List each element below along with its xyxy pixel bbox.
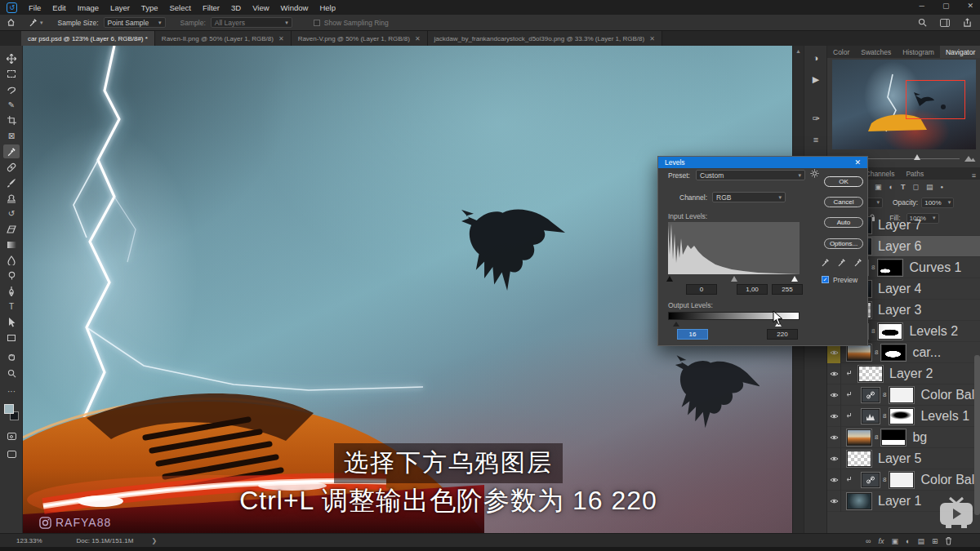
menu-type[interactable]: Type <box>141 3 158 12</box>
maximize-button[interactable]: ▢ <box>942 2 950 10</box>
menu-3d[interactable]: 3D <box>231 3 241 12</box>
layer-thumbnail[interactable] <box>862 473 880 487</box>
visibility-toggle[interactable] <box>827 448 841 469</box>
layer-name[interactable]: bg <box>912 430 927 445</box>
tool-presets-panel-icon[interactable]: ≡ <box>808 132 823 147</box>
tab-close-icon[interactable]: ✕ <box>649 35 655 42</box>
eraser-tool[interactable] <box>3 222 20 236</box>
crop-tool[interactable] <box>3 113 20 127</box>
gray-point-eyedropper-icon[interactable] <box>837 258 846 267</box>
cancel-button[interactable]: Cancel <box>824 197 863 207</box>
black-point-eyedropper-icon[interactable] <box>821 258 830 267</box>
layer-mask-thumbnail[interactable] <box>889 408 914 424</box>
levels-dialog-titlebar[interactable]: Levels ✕ <box>658 157 867 168</box>
eyedropper-tool[interactable] <box>3 144 20 158</box>
visibility-toggle[interactable] <box>827 491 841 512</box>
edit-toolbar-icon[interactable]: ··· <box>3 384 20 398</box>
workspace-icon[interactable] <box>940 19 950 27</box>
layer-thumbnail[interactable] <box>862 388 880 402</box>
layer-row[interactable]: 8 Color Balance 2 <box>827 469 980 491</box>
layer-mask-thumbnail[interactable] <box>889 472 914 488</box>
gradient-tool[interactable] <box>3 238 20 251</box>
layer-thumbnail[interactable] <box>847 429 871 446</box>
ok-button[interactable]: OK <box>824 176 863 187</box>
layer-thumbnail[interactable] <box>847 344 871 361</box>
doc-tab-raven-ii[interactable]: Raven-II.png @ 50% (Layer 1, RGB/8)✕ <box>155 31 292 46</box>
layer-row[interactable]: Layer 2 <box>827 363 980 384</box>
pen-tool[interactable] <box>3 284 20 298</box>
input-white-slider[interactable] <box>791 276 798 282</box>
visibility-toggle[interactable] <box>827 406 841 427</box>
visibility-toggle[interactable] <box>827 469 841 491</box>
tab-close-icon[interactable]: ✕ <box>278 35 284 42</box>
menu-layer[interactable]: Layer <box>110 3 130 12</box>
search-icon[interactable] <box>918 18 927 27</box>
layer-mask-thumbnail[interactable] <box>889 387 914 403</box>
adjustments-panel-icon[interactable]: ◑ <box>808 51 823 65</box>
filter-adjustment-icon[interactable]: ◐ <box>889 183 893 191</box>
ps-home-icon[interactable]: ↺ <box>7 2 17 13</box>
filter-type-icon[interactable]: T <box>901 183 906 191</box>
layer-thumbnail[interactable] <box>858 366 883 382</box>
delete-layer-icon[interactable] <box>945 536 952 545</box>
doc-tab-jackdaw[interactable]: jackdaw_by_frankandcarystock_d5ol39o.png… <box>428 31 662 46</box>
new-adjustment-icon[interactable]: ◐ <box>906 537 910 545</box>
scroll-up-icon[interactable]: ▲ <box>793 48 804 54</box>
layer-row[interactable]: 8 Levels 1 <box>827 406 980 427</box>
input-black-value[interactable]: 0 <box>686 284 717 295</box>
layer-mask-thumbnail[interactable] <box>878 323 902 340</box>
input-gamma-value[interactable]: 1,00 <box>737 284 768 295</box>
filter-shape-icon[interactable]: ◻ <box>912 183 918 191</box>
dialog-close-icon[interactable]: ✕ <box>854 158 861 167</box>
layer-name[interactable]: Layer 2 <box>889 367 933 381</box>
menu-filter[interactable]: Filter <box>203 3 220 12</box>
white-point-eyedropper-icon[interactable] <box>853 258 862 267</box>
menu-window[interactable]: Window <box>281 3 309 12</box>
options-button[interactable]: Options... <box>824 238 863 249</box>
layer-name[interactable]: Layer 7 <box>878 218 921 233</box>
doc-tab-raven-v[interactable]: Raven-V.png @ 50% (Layer 1, RGB/8)✕ <box>292 31 428 46</box>
layer-name[interactable]: Layer 4 <box>878 282 921 296</box>
layer-row[interactable]: 8 bg <box>827 427 980 448</box>
menu-edit[interactable]: Edit <box>52 3 65 12</box>
auto-button[interactable]: Auto <box>824 217 863 228</box>
zoom-tool[interactable] <box>3 367 20 380</box>
menu-help[interactable]: Help <box>319 3 336 12</box>
layer-mask-thumbnail[interactable] <box>881 429 906 446</box>
layer-mask-thumbnail[interactable] <box>878 260 902 276</box>
menu-image[interactable]: Image <box>78 3 99 12</box>
input-black-slider[interactable] <box>666 276 673 282</box>
layer-name[interactable]: Layer 6 <box>878 239 921 254</box>
home-icon[interactable] <box>7 18 16 27</box>
layer-style-icon[interactable]: fx <box>878 537 884 545</box>
navigator-preview[interactable] <box>832 60 976 149</box>
visibility-toggle[interactable] <box>827 427 841 448</box>
frame-tool[interactable]: ⊠ <box>3 129 20 143</box>
hand-tool[interactable] <box>3 349 20 363</box>
healing-brush-tool[interactable] <box>3 160 20 174</box>
actions-panel-icon[interactable]: ▶ <box>808 72 823 87</box>
layer-name[interactable]: Levels 2 <box>909 324 958 339</box>
tab-paths[interactable]: Paths <box>900 167 929 180</box>
opacity-value[interactable]: 100%▾ <box>921 198 954 208</box>
layer-name[interactable]: Layer 5 <box>878 451 921 466</box>
move-tool[interactable] <box>3 51 20 65</box>
type-tool[interactable]: T <box>3 300 20 313</box>
path-selection-tool[interactable] <box>3 315 20 329</box>
lasso-tool[interactable] <box>3 82 20 96</box>
output-white-value[interactable]: 220 <box>767 329 798 340</box>
new-layer-icon[interactable]: ⊞ <box>932 537 938 545</box>
layer-name[interactable]: Layer 1 <box>878 494 921 509</box>
preset-options-gear-icon[interactable] <box>810 169 819 178</box>
output-black-slider[interactable] <box>673 322 679 327</box>
share-icon[interactable] <box>963 18 972 27</box>
sample-dropdown[interactable]: All Layers▾ <box>211 17 292 28</box>
tab-histogram[interactable]: Histogram <box>897 46 940 58</box>
panel-menu-icon[interactable]: ≡ <box>972 171 980 180</box>
layer-row[interactable]: Layer 5 <box>827 448 980 469</box>
input-white-value[interactable]: 255 <box>772 284 803 295</box>
preset-dropdown[interactable]: Custom▾ <box>696 170 805 180</box>
layer-thumbnail[interactable] <box>847 493 871 509</box>
layer-thumbnail[interactable] <box>847 451 871 467</box>
filter-toggle-dot[interactable]: ● <box>940 184 943 189</box>
